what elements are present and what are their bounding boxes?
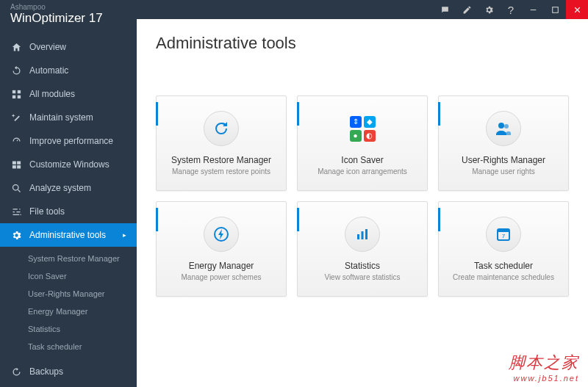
svg-rect-0 (530, 9, 536, 10)
help-icon[interactable]: ? (500, 0, 522, 19)
note-icon[interactable] (456, 0, 478, 19)
svg-rect-8 (12, 165, 15, 168)
nav-customize[interactable]: Customize Windows (0, 153, 137, 176)
card-desc: Manage user rights (472, 167, 535, 176)
users-icon (486, 111, 521, 146)
nav-label: Overview (29, 42, 66, 52)
maximize-icon[interactable] (544, 0, 566, 19)
nav-label: Backups (29, 366, 63, 377)
power-icon (204, 217, 239, 252)
home-icon (10, 41, 22, 53)
nav-automatic[interactable]: Automatic (0, 59, 137, 82)
card-task-scheduler[interactable]: 7 Task scheduler Create maintenance sche… (438, 201, 569, 297)
minimize-icon[interactable] (522, 0, 544, 19)
subnav-task-scheduler[interactable]: Task scheduler (0, 338, 137, 355)
page-title: Administrative tools (156, 34, 569, 53)
subnav-restore[interactable]: System Restore Manager (0, 250, 137, 267)
nav-label: Analyze system (29, 183, 91, 193)
svg-rect-6 (12, 161, 15, 164)
card-title: Icon Saver (341, 155, 383, 165)
windows-icon (10, 159, 22, 170)
nav-file-tools[interactable]: File tools (0, 200, 137, 223)
brand: Ashampoo WinOptimizer 17 (0, 1, 113, 32)
card-user-rights[interactable]: User-Rights Manager Manage user rights (438, 95, 569, 191)
card-restore[interactable]: System Restore Manager Manage system res… (156, 95, 287, 191)
wand-icon (10, 112, 22, 123)
app-window: ? Ashampoo WinOptimizer 17 Overview Auto… (0, 0, 588, 387)
card-title: Statistics (345, 261, 380, 271)
gear-icon (10, 229, 22, 241)
svg-point-10 (12, 184, 18, 190)
sliders-icon (10, 206, 22, 217)
nav-label: File tools (29, 206, 65, 217)
svg-rect-3 (17, 90, 20, 93)
svg-rect-9 (17, 165, 21, 168)
subnav-user-rights[interactable]: User-Rights Manager (0, 285, 137, 303)
svg-rect-5 (17, 95, 20, 98)
card-accent (438, 102, 440, 126)
stats-icon (345, 217, 380, 252)
card-accent (438, 208, 440, 231)
nav-analyze[interactable]: Analyze system (0, 176, 137, 200)
nav-admin-tools[interactable]: Administrative tools▸ (0, 223, 137, 247)
close-icon[interactable] (566, 0, 588, 19)
nav-label: Administrative tools (29, 230, 106, 240)
card-desc: Manage system restore points (172, 167, 270, 176)
subnav-icon-saver[interactable]: Icon Saver (0, 267, 137, 285)
svg-rect-2 (12, 90, 15, 93)
nav-backups[interactable]: Backups (0, 360, 137, 383)
card-title: User-Rights Manager (462, 155, 545, 165)
svg-rect-4 (12, 95, 15, 98)
svg-rect-16 (365, 229, 368, 239)
card-icon-saver[interactable]: ⇕◆ ●◐ Icon Saver Manage icon arrangement… (297, 95, 428, 191)
svg-rect-7 (17, 161, 21, 164)
refresh-icon (10, 65, 22, 76)
nav-label: Customize Windows (29, 159, 110, 170)
card-desc: Manage power schemes (182, 273, 262, 281)
gauge-icon (10, 135, 22, 147)
nav-label: Maintain system (29, 112, 93, 123)
nav-all-modules[interactable]: All modules (0, 82, 137, 106)
subnav: System Restore Manager Icon Saver User-R… (0, 247, 137, 360)
sidebar: Ashampoo WinOptimizer 17 Overview Automa… (0, 19, 137, 387)
icon-saver-icon: ⇕◆ ●◐ (345, 111, 380, 146)
card-desc: View software statistics (324, 273, 400, 281)
subnav-statistics[interactable]: Statistics (0, 320, 137, 338)
card-accent (156, 102, 158, 126)
nav-maintain[interactable]: Maintain system (0, 106, 137, 129)
nav: Overview Automatic All modules Maintain … (0, 35, 137, 383)
card-desc: Create maintenance schedules (453, 273, 554, 281)
nav-label: All modules (29, 89, 75, 99)
brand-vendor: Ashampoo (10, 3, 103, 11)
nav-improve[interactable]: Improve performance (0, 129, 137, 153)
chat-icon[interactable] (434, 0, 456, 19)
card-statistics[interactable]: Statistics View software statistics (297, 201, 428, 297)
card-energy[interactable]: Energy Manager Manage power schemes (156, 201, 287, 297)
grid-icon (10, 88, 22, 100)
chevron-right-icon: ▸ (123, 231, 126, 239)
gear-icon[interactable] (478, 0, 500, 19)
restore-icon (204, 111, 239, 146)
search-icon (10, 182, 22, 194)
svg-rect-18 (498, 229, 509, 232)
nav-label: Improve performance (29, 136, 113, 146)
main-content: Administrative tools System Restore Mana… (137, 19, 588, 387)
subnav-energy[interactable]: Energy Manager (0, 303, 137, 320)
card-title: System Restore Manager (171, 155, 271, 165)
card-title: Task scheduler (474, 261, 533, 271)
card-accent (297, 102, 299, 126)
backup-icon (10, 366, 22, 377)
nav-label: Automatic (29, 65, 68, 76)
svg-point-11 (498, 123, 504, 129)
calendar-icon: 7 (486, 217, 521, 252)
nav-overview[interactable]: Overview (0, 35, 137, 59)
card-accent (156, 208, 158, 231)
svg-rect-15 (362, 231, 364, 239)
cards-grid: System Restore Manager Manage system res… (156, 95, 569, 297)
svg-text:7: 7 (502, 233, 506, 239)
card-title: Energy Manager (189, 261, 254, 271)
card-accent (297, 208, 299, 231)
svg-rect-1 (552, 7, 558, 12)
card-desc: Manage icon arrangements (318, 167, 407, 176)
svg-point-12 (504, 124, 509, 129)
